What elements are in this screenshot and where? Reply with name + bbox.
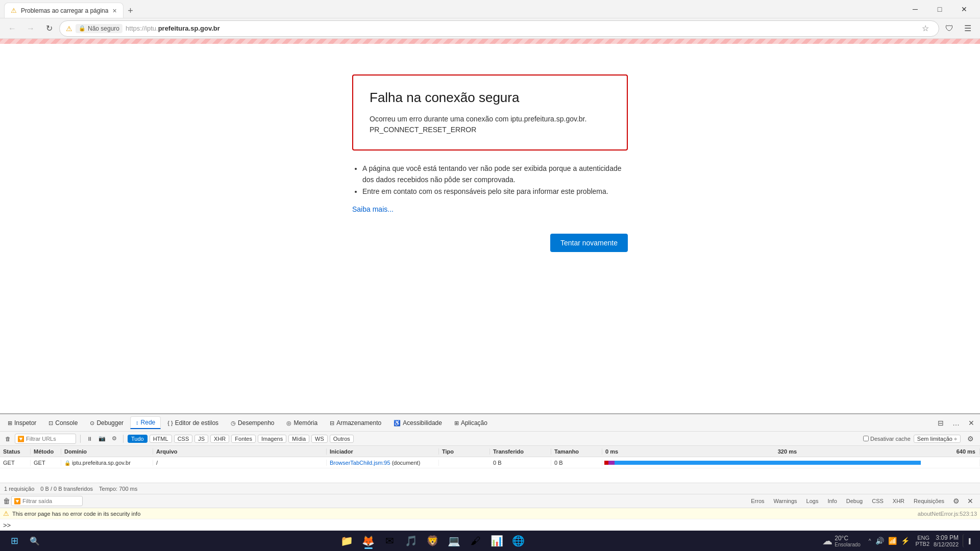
browser-tab[interactable]: ⚠ Problemas ao carregar a página × <box>4 3 124 18</box>
close-button[interactable]: ✕ <box>952 1 976 17</box>
devtools-dock-button[interactable]: ⊟ <box>934 416 947 430</box>
screenshot-button[interactable]: 📷 <box>96 434 108 443</box>
taskbar-app-explorer[interactable]: 📁 <box>337 532 357 550</box>
console-close-btn[interactable]: ✕ <box>964 494 977 508</box>
network-icon[interactable]: 📶 <box>888 537 897 545</box>
volume-icon[interactable]: 🔊 <box>875 537 884 545</box>
console-filter-input[interactable] <box>11 496 83 506</box>
taskbar-app-firefox[interactable]: 🌐 <box>508 532 529 550</box>
filter-all[interactable]: Tudo <box>128 435 148 443</box>
retry-button[interactable]: Tentar novamente <box>550 234 628 252</box>
extensions-button[interactable]: 🛡 <box>941 20 958 37</box>
devtools-panel: ⊞ Inspetor ⊡ Console ⊙ Debugger ↕ Rede {… <box>0 413 980 531</box>
filter-html[interactable]: HTML <box>150 435 172 443</box>
learn-more-link[interactable]: Saiba mais... <box>352 205 628 213</box>
security-text: Não seguro <box>88 25 119 32</box>
weather-widget: ☁ 20°C Ensolarado <box>822 535 861 547</box>
error-description: Ocorreu um erro durante uma conexão com … <box>370 114 610 135</box>
filter-xhr[interactable]: XHR <box>210 435 229 443</box>
disable-cache-checkbox[interactable] <box>863 436 869 441</box>
refresh-button[interactable]: ↻ <box>41 20 57 37</box>
pause-button[interactable]: ⏸ <box>85 435 94 443</box>
initiator-type: (document) <box>392 460 421 466</box>
battery-icon[interactable]: ⚡ <box>901 537 910 545</box>
taskbar-app-vscode[interactable]: 💻 <box>444 532 464 550</box>
requests-stat: 1 requisição <box>4 486 34 492</box>
devtools-tab-console[interactable]: ⊡ Console <box>43 417 83 429</box>
th-time-640: 640 ms <box>957 448 975 455</box>
devtools-tab-acessibilidade[interactable]: ♿ Acessibilidade <box>388 417 448 429</box>
start-button[interactable]: ⊞ <box>4 533 24 549</box>
minimize-button[interactable]: ─ <box>903 1 927 17</box>
bookmark-button[interactable]: ☆ <box>918 21 933 36</box>
taskbar-clock[interactable]: 3:09 PM 8/12/2022 <box>934 534 959 547</box>
address-bar[interactable]: ⚠ 🔒 Não seguro https://iptu.prefeitura.s… <box>59 20 939 37</box>
filter-imagens[interactable]: Imagens <box>258 435 286 443</box>
taskbar-app-brave[interactable]: 🦁 <box>423 532 443 550</box>
filter-logs[interactable]: Logs <box>802 494 823 508</box>
devtools-tab-inspetor[interactable]: ⊞ Inspetor <box>2 417 42 429</box>
filter-xhr-console[interactable]: XHR <box>889 494 909 508</box>
filter-midia[interactable]: Mídia <box>288 435 309 443</box>
filter-erros[interactable]: Erros <box>747 494 768 508</box>
retry-container: Tentar novamente <box>352 234 628 252</box>
console-message-row: ⚠ This error page has no error code in i… <box>0 508 980 519</box>
filter-ws[interactable]: WS <box>311 435 328 443</box>
system-tray-chevron[interactable]: ^ <box>869 538 871 544</box>
filter-fontes[interactable]: Fontes <box>231 435 256 443</box>
devtools-tab-debugger[interactable]: ⊙ Debugger <box>84 417 129 429</box>
console-log-filters: Erros Warnings Logs Info Debug CSS XHR R… <box>747 494 977 508</box>
filter-warnings[interactable]: Warnings <box>770 494 801 508</box>
network-row-0[interactable]: GET GET 🔒 iptu.prefeitura.sp.gov.br / Br… <box>0 457 980 468</box>
memoria-icon: ◎ <box>286 420 291 427</box>
network-clear-button[interactable]: 🗑 <box>3 435 13 443</box>
th-transferred: Transferido <box>490 448 551 455</box>
taskbar-app-spotify[interactable]: 🎵 <box>401 532 422 550</box>
devtools-more-button[interactable]: … <box>949 416 963 430</box>
devtools-tab-aplicacao[interactable]: ⊞ Aplicação <box>449 417 493 429</box>
filter-debug[interactable]: Debug <box>842 494 867 508</box>
console-settings-btn[interactable]: ⚙ <box>949 494 963 508</box>
taskbar-app-mail[interactable]: ✉ <box>380 532 400 550</box>
network-settings-button[interactable]: ⚙ <box>110 434 119 443</box>
new-tab-button[interactable]: + <box>124 4 138 18</box>
acessibilidade-label: Acessibilidade <box>403 419 442 427</box>
initiator-link[interactable]: BrowserTabChild.jsm:95 <box>330 460 390 466</box>
taskbar-app-browser[interactable]: 🦊 <box>358 532 379 550</box>
domain-lock-icon: 🔒 <box>64 460 70 466</box>
tab-close-button[interactable]: × <box>112 7 116 15</box>
devtools-tab-rede[interactable]: ↕ Rede <box>130 416 161 429</box>
devtools-tab-editor[interactable]: { } Editor de estilos <box>162 417 224 429</box>
td-file: / <box>153 460 327 466</box>
acessibilidade-icon: ♿ <box>394 420 401 427</box>
filter-css[interactable]: CSS <box>174 435 193 443</box>
filter-js[interactable]: JS <box>194 435 208 443</box>
filter-outros[interactable]: Outros <box>330 435 354 443</box>
taskbar-search-button[interactable]: 🔍 <box>27 533 43 549</box>
filter-css-console[interactable]: CSS <box>868 494 888 508</box>
taskbar-app-photoshop[interactable]: 🖌 <box>465 532 486 550</box>
network-config-button[interactable]: ⚙ <box>964 432 977 445</box>
throttling-select[interactable]: Sem limitação ÷ <box>914 435 961 443</box>
devtools-close-button[interactable]: ✕ <box>965 416 978 430</box>
warning-icon: ⚠ <box>3 510 9 517</box>
devtools-tab-armazenamento[interactable]: ⊟ Armazenamento <box>324 417 387 429</box>
bar-purple-segment <box>608 461 615 465</box>
filter-requisicoes[interactable]: Requisições <box>910 494 948 508</box>
devtools-tab-desempenho[interactable]: ◷ Desempenho <box>225 417 280 429</box>
th-time-0: 0 ms <box>605 448 618 455</box>
forward-button[interactable]: → <box>22 20 39 37</box>
filter-info[interactable]: Info <box>823 494 841 508</box>
menu-button[interactable]: ☰ <box>960 20 976 37</box>
network-filter-input[interactable] <box>15 434 76 444</box>
system-language: ENG PTB2 <box>916 535 930 547</box>
back-button[interactable]: ← <box>4 20 20 37</box>
th-timebar: 0 ms 320 ms 640 ms <box>602 448 980 455</box>
console-input[interactable] <box>13 521 977 529</box>
aplicacao-label: Aplicação <box>461 419 487 427</box>
show-desktop-button[interactable]: ▌ <box>963 534 976 547</box>
devtools-tab-memoria[interactable]: ◎ Memória <box>281 417 323 429</box>
taskbar-app-taskmgr[interactable]: 📊 <box>487 532 507 550</box>
console-trash-icon[interactable]: 🗑 <box>3 497 10 505</box>
maximize-button[interactable]: □ <box>928 1 951 17</box>
